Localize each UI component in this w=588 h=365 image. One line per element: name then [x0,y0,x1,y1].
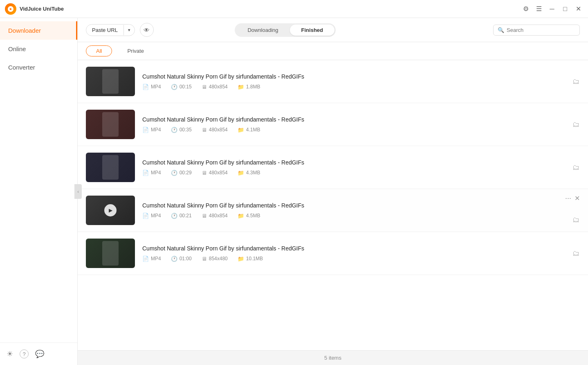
remove-item-button[interactable]: ✕ [575,194,580,202]
format-icon: 📄 [142,256,149,262]
item-thumbnail [86,239,135,268]
sidebar-item-converter[interactable]: Converter [0,58,77,77]
sidebar-nav: Downloader Online Converter [0,18,77,342]
sidebar-collapse-button[interactable]: ‹ [74,184,82,199]
more-options-button[interactable]: ··· [565,194,571,203]
filesize-icon: 📁 [238,256,244,262]
resolution-icon: 🖥 [202,256,207,262]
item-filesize: 📁 4.1MB [238,127,260,133]
item-title: Cumshot Natural Skinny Porn Gif by sirfu… [142,73,580,80]
title-bar-controls: ⚙ ☰ ─ □ ✕ [521,4,583,14]
feedback-icon[interactable]: 💬 [35,349,44,358]
filter-private-button[interactable]: Private [117,45,154,56]
item-resolution: 🖥 480x854 [202,84,228,90]
item-title: Cumshot Natural Skinny Porn Gif by sirfu… [142,159,580,166]
item-format: 📄 MP4 [142,170,161,176]
sidebar: Downloader Online Converter ☀ ? 💬 ‹ [0,18,78,365]
item-duration: 🕐 00:15 [171,84,192,90]
search-box: 🔍 [493,25,580,36]
content-area: Paste URL ▾ 👁 Downloading Finished 🔍 All… [78,18,588,365]
filesize-icon: 📁 [238,213,244,219]
search-input[interactable] [507,27,575,33]
items-list: Cumshot Natural Skinny Porn Gif by sirfu… [78,60,588,350]
item-title: Cumshot Natural Skinny Porn Gif by sirfu… [142,202,580,209]
resolution-icon: 🖥 [202,127,207,133]
filter-all-button[interactable]: All [86,45,112,56]
close-button[interactable]: ✕ [573,4,583,14]
item-resolution: 🖥 854x480 [202,256,228,262]
thumb-figure [102,241,119,266]
app-logo-icon [8,6,13,12]
list-item: Cumshot Natural Skinny Porn Gif by sirfu… [78,103,588,146]
tab-downloading[interactable]: Downloading [236,25,290,36]
item-meta: 📄 MP4 🕐 00:21 🖥 480x854 📁 [142,213,580,219]
open-folder-button[interactable]: 🗂 [572,163,580,172]
open-folder-button[interactable]: 🗂 [572,216,580,224]
settings-button[interactable]: ⚙ [521,4,531,14]
sidebar-item-downloader[interactable]: Downloader [0,21,77,40]
item-duration: 🕐 00:21 [171,213,192,219]
item-duration: 🕐 01:00 [171,256,192,262]
item-info: Cumshot Natural Skinny Porn Gif by sirfu… [142,73,580,90]
help-icon[interactable]: ? [20,349,29,358]
theme-icon[interactable]: ☀ [7,349,13,358]
app-logo [5,3,16,15]
item-resolution: 🖥 480x854 [202,127,228,133]
item-thumbnail [86,67,135,96]
item-info: Cumshot Natural Skinny Porn Gif by sirfu… [142,245,580,262]
duration-icon: 🕐 [171,170,177,176]
item-format: 📄 MP4 [142,256,161,262]
menu-button[interactable]: ☰ [534,4,544,14]
item-format: 📄 MP4 [142,84,161,90]
open-folder-button[interactable]: 🗂 [572,120,580,129]
format-icon: 📄 [142,170,149,176]
item-resolution: 🖥 480x854 [202,213,228,219]
title-bar: VidJuice UniTube ⚙ ☰ ─ □ ✕ [0,0,588,18]
minimize-button[interactable]: ─ [547,4,557,14]
filter-bar: All Private [78,42,588,60]
items-count: 5 items [324,355,341,361]
item-thumbnail: ▶ [86,196,135,225]
search-icon: 🔍 [498,27,504,33]
app-title: VidJuice UniTube [20,6,521,12]
item-meta: 📄 MP4 🕐 00:29 🖥 480x854 📁 [142,170,580,176]
list-item: Cumshot Natural Skinny Porn Gif by sirfu… [78,60,588,103]
item-top-actions: ··· ✕ [565,194,580,203]
item-info: Cumshot Natural Skinny Porn Gif by sirfu… [142,202,580,219]
filesize-icon: 📁 [238,127,244,133]
filesize-icon: 📁 [238,84,244,90]
open-folder-button[interactable]: 🗂 [572,249,580,258]
tab-finished[interactable]: Finished [290,25,334,36]
duration-icon: 🕐 [171,84,177,90]
duration-icon: 🕐 [171,213,177,219]
item-thumbnail [86,153,135,182]
format-icon: 📄 [142,84,149,90]
paste-url-button[interactable]: Paste URL ▾ [86,24,135,36]
toolbar: Paste URL ▾ 👁 Downloading Finished 🔍 [78,18,588,42]
item-title: Cumshot Natural Skinny Porn Gif by sirfu… [142,245,580,252]
eye-button[interactable]: 👁 [140,23,154,37]
paste-url-label: Paste URL [86,25,123,36]
item-meta: 📄 MP4 🕐 00:15 🖥 480x854 📁 [142,84,580,90]
filesize-icon: 📁 [238,170,244,176]
item-thumbnail [86,110,135,139]
sidebar-item-online[interactable]: Online [0,40,77,58]
item-duration: 🕐 00:35 [171,127,192,133]
list-item: Cumshot Natural Skinny Porn Gif by sirfu… [78,146,588,189]
format-icon: 📄 [142,127,149,133]
maximize-button[interactable]: □ [560,4,570,14]
resolution-icon: 🖥 [202,170,207,176]
item-resolution: 🖥 480x854 [202,170,228,176]
open-folder-button[interactable]: 🗂 [572,77,580,86]
item-meta: 📄 MP4 🕐 00:35 🖥 480x854 📁 [142,127,580,133]
thumb-figure [102,69,119,94]
thumb-figure [102,112,119,137]
item-title: Cumshot Natural Skinny Porn Gif by sirfu… [142,116,580,123]
paste-url-dropdown-icon[interactable]: ▾ [123,25,135,35]
item-filesize: 📁 1.8MB [238,84,260,90]
main-layout: Downloader Online Converter ☀ ? 💬 ‹ Past… [0,18,588,365]
play-button[interactable]: ▶ [104,204,117,216]
list-item: ▶ Cumshot Natural Skinny Porn Gif by sir… [78,189,588,232]
tab-switcher: Downloading Finished [235,23,336,37]
format-icon: 📄 [142,213,149,219]
